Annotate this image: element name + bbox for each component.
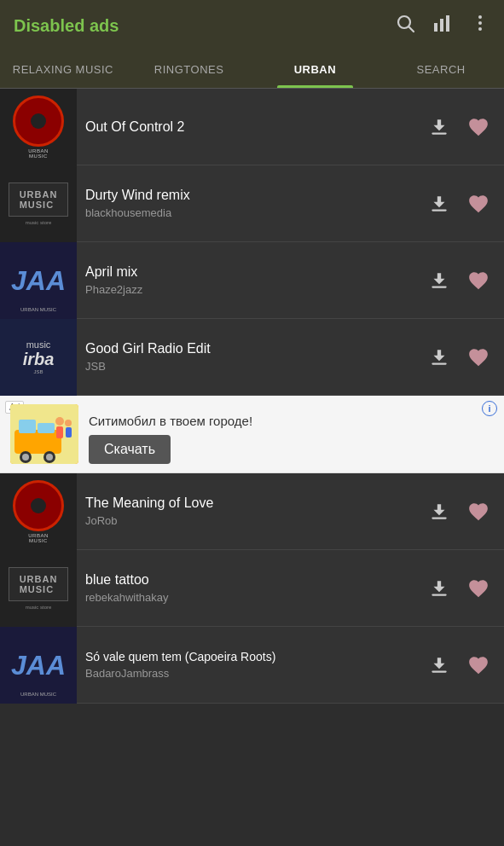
tab-urban[interactable]: URBAN: [252, 51, 379, 88]
song-artist: blackhousemedia: [85, 206, 415, 219]
svg-rect-11: [432, 362, 446, 364]
list-item[interactable]: JAA URBAN MUSIC Só vale quem tem (Capoei…: [0, 627, 504, 704]
song-title: Out Of Control 2: [85, 119, 415, 135]
song-actions: [424, 112, 494, 142]
svg-point-20: [55, 417, 64, 426]
svg-rect-10: [432, 286, 446, 287]
song-actions: [424, 342, 494, 373]
favorite-button[interactable]: [463, 496, 494, 527]
song-info: blue tattoo rebekahwithakay: [77, 572, 424, 604]
song-actions: [424, 573, 494, 604]
download-button[interactable]: [424, 342, 455, 373]
favorite-button[interactable]: [463, 650, 494, 681]
ad-banner[interactable]: Ad i Ситимобил в твоем городе! Скачать: [0, 396, 504, 473]
download-button[interactable]: [424, 573, 455, 604]
download-button[interactable]: [424, 112, 455, 142]
list-item[interactable]: URBANMUSIC The Meaning of Love JoRob: [0, 473, 504, 550]
song-actions: [424, 265, 494, 296]
ad-content: Ситимобил в твоем городе! Скачать: [78, 405, 494, 464]
header-actions: [395, 13, 490, 38]
download-button[interactable]: [424, 265, 455, 296]
list-item[interactable]: URBANMUSIC Out Of Control 2: [0, 89, 504, 165]
bar-chart-icon[interactable]: [432, 13, 453, 38]
song-artist: Phaze2jazz: [85, 283, 415, 296]
app-title: Disabled ads: [14, 16, 119, 36]
svg-point-22: [65, 420, 72, 426]
song-thumbnail: URBANMUSIC music store: [0, 550, 77, 627]
tab-ringtones[interactable]: RINGTONES: [126, 51, 252, 88]
svg-point-15: [22, 454, 29, 461]
song-actions: [424, 496, 494, 527]
ad-info-button[interactable]: i: [482, 401, 497, 416]
song-info: Durty Wind remix blackhousemedia: [77, 188, 424, 219]
song-artist: rebekahwithakay: [85, 591, 415, 604]
tab-search[interactable]: SEARCH: [378, 51, 504, 88]
song-thumbnail: JAA URBAN MUSIC: [0, 242, 77, 319]
svg-rect-2: [434, 23, 437, 32]
urban-thumb: URBANMUSIC: [0, 473, 77, 550]
song-actions: [424, 188, 494, 219]
song-title: Good Girl Radio Edit: [85, 341, 415, 356]
svg-rect-23: [66, 427, 72, 437]
song-artist: BadaroJambrass: [85, 667, 415, 680]
download-button[interactable]: [424, 650, 455, 681]
song-thumbnail: JAA URBAN MUSIC: [0, 627, 77, 704]
download-button[interactable]: [424, 496, 455, 527]
song-info: April mix Phaze2jazz: [77, 264, 424, 296]
ad-title: Ситимобил в твоем городе!: [89, 414, 485, 428]
svg-rect-21: [56, 426, 63, 438]
song-title: The Meaning of Love: [85, 495, 415, 511]
song-info: Out Of Control 2: [77, 119, 424, 135]
list-item[interactable]: URBANMUSIC music store Durty Wind remix …: [0, 165, 504, 242]
svg-rect-19: [38, 423, 55, 433]
song-title: blue tattoo: [85, 572, 415, 588]
song-title: April mix: [85, 264, 415, 280]
favorite-button[interactable]: [463, 342, 494, 373]
svg-point-5: [478, 15, 482, 19]
list-item[interactable]: URBANMUSIC music store blue tattoo rebek…: [0, 550, 504, 627]
svg-line-1: [409, 27, 414, 32]
svg-point-6: [478, 21, 482, 25]
svg-rect-24: [432, 517, 446, 519]
song-thumbnail: URBANMUSIC: [0, 89, 77, 165]
list-item[interactable]: music irba JSB Good Girl Radio Edit JSB: [0, 319, 504, 396]
song-info: Só vale quem tem (Capoeira Roots) Badaro…: [77, 650, 424, 680]
svg-rect-8: [432, 132, 446, 134]
song-title: Durty Wind remix: [85, 188, 415, 203]
svg-rect-13: [14, 430, 61, 454]
tab-relaxing-music[interactable]: RELAXING MUSIC: [0, 51, 126, 88]
ad-download-button[interactable]: Скачать: [89, 435, 171, 464]
search-icon[interactable]: [395, 13, 415, 38]
svg-point-17: [46, 454, 53, 461]
song-info: Good Girl Radio Edit JSB: [77, 341, 424, 373]
song-thumbnail: URBANMUSIC music store: [0, 165, 77, 242]
favorite-button[interactable]: [463, 112, 494, 142]
tab-bar: RELAXING MUSIC RINGTONES URBAN SEARCH: [0, 51, 504, 89]
favorite-button[interactable]: [463, 188, 494, 219]
song-list: URBANMUSIC Out Of Control 2: [0, 89, 504, 704]
svg-rect-25: [432, 594, 446, 595]
song-artist: JSB: [85, 360, 415, 373]
song-title: Só vale quem tem (Capoeira Roots): [85, 650, 415, 663]
song-info: The Meaning of Love JoRob: [77, 495, 424, 527]
svg-rect-9: [432, 209, 446, 211]
list-item[interactable]: JAA URBAN MUSIC April mix Phaze2jazz: [0, 242, 504, 319]
song-actions: [424, 650, 494, 681]
svg-rect-18: [19, 420, 36, 433]
svg-rect-3: [440, 19, 443, 32]
download-button[interactable]: [424, 188, 455, 219]
svg-point-7: [478, 27, 482, 31]
urban-thumb: URBANMUSIC: [0, 89, 77, 165]
header: Disabled ads: [0, 0, 504, 51]
song-thumbnail: music irba JSB: [0, 319, 77, 396]
favorite-button[interactable]: [463, 573, 494, 604]
song-artist: JoRob: [85, 514, 415, 527]
more-vertical-icon[interactable]: [470, 13, 490, 38]
svg-rect-26: [432, 670, 446, 672]
svg-rect-4: [446, 15, 449, 32]
favorite-button[interactable]: [463, 265, 494, 296]
ad-image: [10, 404, 78, 464]
song-thumbnail: URBANMUSIC: [0, 473, 77, 550]
